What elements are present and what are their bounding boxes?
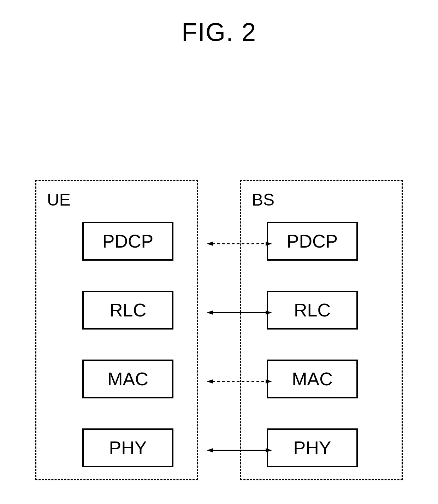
phy-connection-arrow <box>207 447 272 454</box>
bs-phy-layer: PHY <box>267 428 358 467</box>
svg-marker-11 <box>266 448 272 452</box>
ue-mac-layer: MAC <box>82 360 173 398</box>
svg-marker-8 <box>266 379 272 384</box>
ue-pdcp-layer: PDCP <box>82 222 173 261</box>
figure-title: FIG. 2 <box>0 18 438 47</box>
svg-marker-2 <box>266 242 272 246</box>
bs-stack-box: BS PDCP RLC MAC PHY <box>240 180 403 480</box>
mac-connection-arrow <box>207 378 272 385</box>
svg-marker-7 <box>207 379 213 384</box>
ue-rlc-layer: RLC <box>82 291 173 330</box>
ue-label: UE <box>47 190 71 209</box>
bs-rlc-layer: RLC <box>267 291 358 330</box>
pdcp-connection-arrow <box>207 240 272 247</box>
diagram-container: UE PDCP RLC MAC PHY BS PDCP RLC MAC PHY <box>35 180 403 484</box>
svg-marker-10 <box>207 448 213 452</box>
svg-marker-5 <box>266 310 272 315</box>
svg-marker-4 <box>207 310 213 315</box>
bs-mac-layer: MAC <box>267 360 358 398</box>
bs-label: BS <box>252 190 274 209</box>
rlc-connection-arrow <box>207 309 272 316</box>
ue-stack-box: UE PDCP RLC MAC PHY <box>35 180 198 480</box>
svg-marker-1 <box>207 242 213 246</box>
ue-phy-layer: PHY <box>82 428 173 467</box>
bs-pdcp-layer: PDCP <box>267 222 358 261</box>
